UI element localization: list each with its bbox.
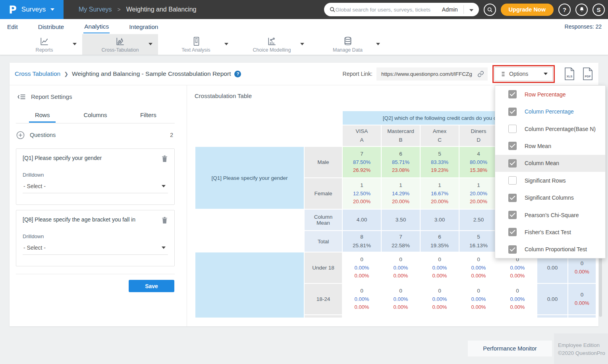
menu-item-pearsons-chi-square[interactable]: Pearson's Chi-Square xyxy=(495,206,605,223)
settings-tabs: Rows Columns Filters xyxy=(16,110,175,123)
nav-tab-integration[interactable]: Integration xyxy=(128,20,159,33)
checkbox-checked-icon[interactable] xyxy=(508,108,517,116)
chevron-down-icon[interactable] xyxy=(73,43,77,45)
column-header-diners: DinersD xyxy=(459,125,498,146)
menu-item-fishers-exact-test[interactable]: Fisher's Exact Test xyxy=(495,223,605,241)
toolbar-text-analysis[interactable]: Text Analysis xyxy=(158,34,234,55)
multi-line-chart-icon xyxy=(115,36,125,46)
collapse-panel-icon xyxy=(17,94,26,100)
checkbox-checked-icon[interactable] xyxy=(508,228,517,236)
toolbar-cross-tabulation[interactable]: Cross-Tabulation xyxy=(82,34,158,55)
save-button[interactable]: Save xyxy=(129,280,174,292)
menu-item-significant-rows[interactable]: Significant Rows xyxy=(495,172,605,189)
search-scope-selector[interactable]: Admin xyxy=(440,5,464,14)
delete-question-button[interactable] xyxy=(161,216,168,224)
upgrade-now-button[interactable]: Upgrade Now xyxy=(501,4,554,16)
report-header: Cross Tabulation ❯ Weighting and Balanci… xyxy=(10,63,598,85)
table-cell: 825.81% xyxy=(343,231,381,252)
drilldown-select[interactable]: - Select - xyxy=(23,183,168,193)
row-label-under-18: Under 18 xyxy=(305,252,342,283)
options-button[interactable]: Options xyxy=(494,67,553,81)
help-icon[interactable]: ? xyxy=(234,71,241,77)
menu-item-column-mean[interactable]: Column Mean xyxy=(495,155,605,172)
export-xls-button[interactable]: XLS xyxy=(564,67,575,80)
chevron-down-icon[interactable] xyxy=(300,43,304,45)
user-avatar[interactable]: S xyxy=(593,4,605,16)
add-question-icon[interactable] xyxy=(16,131,25,140)
drilldown-label: Drilldown xyxy=(23,233,168,239)
menu-item-row-percentage[interactable]: Row Percentage xyxy=(495,86,605,103)
xls-file-icon xyxy=(564,67,575,80)
breadcrumb-separator: ❯ xyxy=(64,71,68,77)
question-text: [Q8] Please specify the age bracket you … xyxy=(23,216,135,223)
toolbar-reports[interactable]: Reports xyxy=(6,34,82,55)
table-cell: 0.00 xyxy=(537,284,567,314)
checkbox-unchecked-icon[interactable] xyxy=(508,125,517,133)
tab-rows[interactable]: Rows xyxy=(16,110,69,123)
checkbox-checked-icon[interactable] xyxy=(508,90,517,98)
table-cell: 480.00%15.38% xyxy=(459,147,498,177)
column-header-amex: AmexC xyxy=(421,125,459,146)
checkbox-checked-icon[interactable] xyxy=(508,194,517,202)
row-label-18-24: 18-24 xyxy=(305,284,342,314)
menu-item-significant-columns[interactable]: Significant Columns xyxy=(495,189,605,206)
tab-filters[interactable]: Filters xyxy=(122,110,175,123)
questions-row: Questions 2 xyxy=(16,129,175,141)
checkbox-unchecked-icon[interactable] xyxy=(508,176,517,185)
drilldown-select[interactable]: - Select - xyxy=(23,245,168,255)
analytics-toolbar: Reports Cross-Tabulation Text Analysis C… xyxy=(0,34,608,55)
nav-tab-analytics[interactable]: Analytics xyxy=(83,20,110,33)
pdf-file-icon xyxy=(583,67,593,80)
table-cell: 619.35% xyxy=(421,231,459,252)
menu-item-row-mean[interactable]: Row Mean xyxy=(495,137,605,154)
notifications-button[interactable] xyxy=(575,4,588,16)
toolbar-manage-data[interactable]: Manage Data xyxy=(310,34,386,55)
global-search-input[interactable] xyxy=(336,7,440,13)
menu-item-column-proportional-test[interactable]: Column Proportional Test xyxy=(495,241,605,258)
responses-count: Responses: 22 xyxy=(565,23,602,30)
breadcrumb-separator: > xyxy=(118,6,121,13)
export-pdf-button[interactable]: PDF xyxy=(583,67,593,80)
chevron-down-icon[interactable] xyxy=(224,43,228,45)
crosstab-breadcrumb-link[interactable]: Cross Tabulation xyxy=(15,70,60,77)
nav-tab-distribute[interactable]: Distribute xyxy=(37,20,65,33)
menu-item-column-percentage-base-n[interactable]: Column Percentage(Base N) xyxy=(495,120,605,137)
toolbar-choice-modelling[interactable]: Choice Modelling xyxy=(234,34,310,55)
nav-tab-edit[interactable]: Edit xyxy=(6,20,19,33)
checkbox-checked-icon[interactable] xyxy=(508,245,517,254)
breadcrumb-my-surveys[interactable]: My Surveys xyxy=(79,6,112,13)
performance-monitor-link[interactable]: Performance Monitor xyxy=(483,345,537,352)
table-cell: 00.00%0.00% xyxy=(343,252,381,283)
checkbox-checked-icon[interactable] xyxy=(508,159,517,168)
chevron-down-icon[interactable] xyxy=(149,43,152,45)
chevron-down-icon xyxy=(50,8,54,11)
search-button[interactable] xyxy=(484,4,496,16)
table-cell: 2.50 xyxy=(459,210,498,230)
delete-question-button[interactable] xyxy=(161,155,168,162)
breadcrumb: My Surveys > Weighting and Balancing xyxy=(79,6,196,13)
report-settings-toggle[interactable]: Report Settings xyxy=(17,93,72,100)
tab-columns[interactable]: Columns xyxy=(69,110,122,123)
link-icon[interactable] xyxy=(477,71,484,77)
scatter-chart-icon xyxy=(267,36,277,46)
table-cell: 114.29%20.00% xyxy=(382,178,420,209)
table-cell: 00.00%0.00% xyxy=(498,284,537,314)
copyright-label: ©2020 QuestionPro xyxy=(558,349,608,357)
product-switcher[interactable]: P Surveys xyxy=(0,0,64,19)
q8-row-header xyxy=(195,252,304,318)
row-label-male: Male xyxy=(305,147,342,177)
checkbox-checked-icon[interactable] xyxy=(508,211,517,219)
list-icon xyxy=(500,71,506,77)
row-label-column-mean: Column Mean xyxy=(305,210,342,230)
checkbox-checked-icon[interactable] xyxy=(508,142,517,150)
report-link-input[interactable] xyxy=(376,67,488,81)
row-label-total: Total xyxy=(305,231,342,252)
help-button[interactable]: ? xyxy=(558,4,571,16)
chevron-down-icon[interactable] xyxy=(376,43,380,45)
drilldown-label: Drilldown xyxy=(23,172,168,178)
search-scope-dropdown[interactable] xyxy=(464,6,479,13)
breadcrumb-survey-title: Weighting and Balancing xyxy=(126,6,197,13)
menu-item-column-percentage[interactable]: Column Percentage xyxy=(495,103,605,120)
sidebar-divider xyxy=(16,274,175,274)
questionpro-logo-icon: P xyxy=(9,4,17,16)
